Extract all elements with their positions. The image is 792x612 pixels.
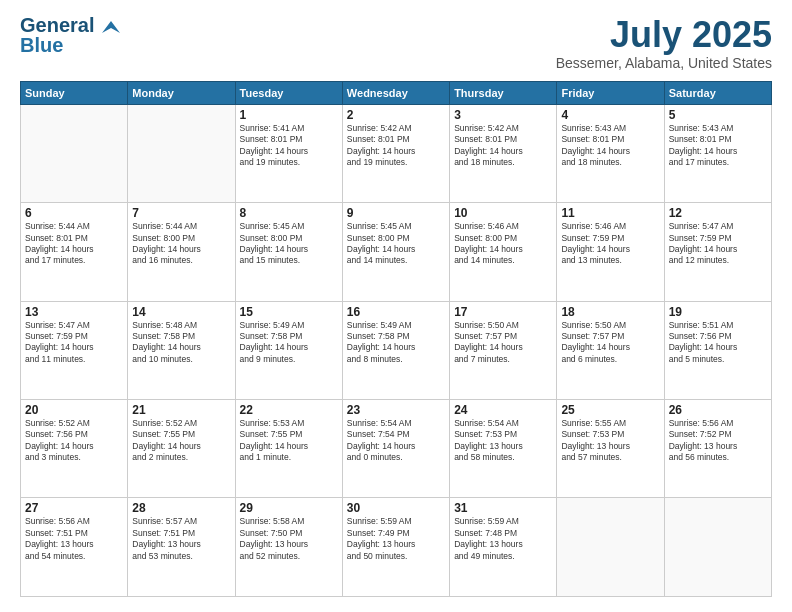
day-info: Sunrise: 5:43 AM Sunset: 8:01 PM Dayligh… [561, 123, 659, 169]
day-info: Sunrise: 5:49 AM Sunset: 7:58 PM Dayligh… [347, 320, 445, 366]
day-info: Sunrise: 5:42 AM Sunset: 8:01 PM Dayligh… [454, 123, 552, 169]
calendar-cell: 9Sunrise: 5:45 AM Sunset: 8:00 PM Daylig… [342, 203, 449, 301]
day-info: Sunrise: 5:42 AM Sunset: 8:01 PM Dayligh… [347, 123, 445, 169]
day-number: 16 [347, 305, 445, 319]
calendar-cell: 17Sunrise: 5:50 AM Sunset: 7:57 PM Dayli… [450, 301, 557, 399]
calendar-cell: 29Sunrise: 5:58 AM Sunset: 7:50 PM Dayli… [235, 498, 342, 597]
month-title: July 2025 [556, 15, 772, 55]
day-number: 19 [669, 305, 767, 319]
header-friday: Friday [557, 81, 664, 104]
calendar-cell: 15Sunrise: 5:49 AM Sunset: 7:58 PM Dayli… [235, 301, 342, 399]
calendar-cell: 13Sunrise: 5:47 AM Sunset: 7:59 PM Dayli… [21, 301, 128, 399]
day-info: Sunrise: 5:49 AM Sunset: 7:58 PM Dayligh… [240, 320, 338, 366]
week-row-0: 1Sunrise: 5:41 AM Sunset: 8:01 PM Daylig… [21, 104, 772, 202]
day-info: Sunrise: 5:50 AM Sunset: 7:57 PM Dayligh… [454, 320, 552, 366]
calendar-cell [557, 498, 664, 597]
day-info: Sunrise: 5:46 AM Sunset: 8:00 PM Dayligh… [454, 221, 552, 267]
day-info: Sunrise: 5:50 AM Sunset: 7:57 PM Dayligh… [561, 320, 659, 366]
calendar-cell: 30Sunrise: 5:59 AM Sunset: 7:49 PM Dayli… [342, 498, 449, 597]
day-number: 15 [240, 305, 338, 319]
day-info: Sunrise: 5:51 AM Sunset: 7:56 PM Dayligh… [669, 320, 767, 366]
calendar-cell: 21Sunrise: 5:52 AM Sunset: 7:55 PM Dayli… [128, 400, 235, 498]
day-info: Sunrise: 5:46 AM Sunset: 7:59 PM Dayligh… [561, 221, 659, 267]
calendar-cell: 14Sunrise: 5:48 AM Sunset: 7:58 PM Dayli… [128, 301, 235, 399]
calendar-table: Sunday Monday Tuesday Wednesday Thursday… [20, 81, 772, 597]
day-number: 9 [347, 206, 445, 220]
day-number: 28 [132, 501, 230, 515]
day-number: 30 [347, 501, 445, 515]
day-info: Sunrise: 5:53 AM Sunset: 7:55 PM Dayligh… [240, 418, 338, 464]
calendar-cell: 10Sunrise: 5:46 AM Sunset: 8:00 PM Dayli… [450, 203, 557, 301]
day-info: Sunrise: 5:44 AM Sunset: 8:00 PM Dayligh… [132, 221, 230, 267]
calendar-cell: 2Sunrise: 5:42 AM Sunset: 8:01 PM Daylig… [342, 104, 449, 202]
day-number: 5 [669, 108, 767, 122]
day-number: 3 [454, 108, 552, 122]
header-sunday: Sunday [21, 81, 128, 104]
day-number: 10 [454, 206, 552, 220]
header-thursday: Thursday [450, 81, 557, 104]
header-monday: Monday [128, 81, 235, 104]
day-info: Sunrise: 5:52 AM Sunset: 7:56 PM Dayligh… [25, 418, 123, 464]
day-number: 2 [347, 108, 445, 122]
calendar-body: 1Sunrise: 5:41 AM Sunset: 8:01 PM Daylig… [21, 104, 772, 596]
header: General Blue July 2025 Bessemer, Alabama… [20, 15, 772, 71]
calendar-cell: 27Sunrise: 5:56 AM Sunset: 7:51 PM Dayli… [21, 498, 128, 597]
day-number: 1 [240, 108, 338, 122]
day-number: 17 [454, 305, 552, 319]
day-number: 23 [347, 403, 445, 417]
calendar-cell: 4Sunrise: 5:43 AM Sunset: 8:01 PM Daylig… [557, 104, 664, 202]
header-tuesday: Tuesday [235, 81, 342, 104]
calendar-cell: 7Sunrise: 5:44 AM Sunset: 8:00 PM Daylig… [128, 203, 235, 301]
weekday-header-row: Sunday Monday Tuesday Wednesday Thursday… [21, 81, 772, 104]
calendar-cell: 8Sunrise: 5:45 AM Sunset: 8:00 PM Daylig… [235, 203, 342, 301]
day-info: Sunrise: 5:56 AM Sunset: 7:51 PM Dayligh… [25, 516, 123, 562]
day-info: Sunrise: 5:44 AM Sunset: 8:01 PM Dayligh… [25, 221, 123, 267]
day-number: 7 [132, 206, 230, 220]
week-row-3: 20Sunrise: 5:52 AM Sunset: 7:56 PM Dayli… [21, 400, 772, 498]
day-info: Sunrise: 5:59 AM Sunset: 7:49 PM Dayligh… [347, 516, 445, 562]
day-info: Sunrise: 5:45 AM Sunset: 8:00 PM Dayligh… [347, 221, 445, 267]
day-number: 11 [561, 206, 659, 220]
calendar-cell: 26Sunrise: 5:56 AM Sunset: 7:52 PM Dayli… [664, 400, 771, 498]
day-number: 18 [561, 305, 659, 319]
day-number: 29 [240, 501, 338, 515]
header-wednesday: Wednesday [342, 81, 449, 104]
calendar-cell: 24Sunrise: 5:54 AM Sunset: 7:53 PM Dayli… [450, 400, 557, 498]
week-row-2: 13Sunrise: 5:47 AM Sunset: 7:59 PM Dayli… [21, 301, 772, 399]
day-number: 14 [132, 305, 230, 319]
day-number: 24 [454, 403, 552, 417]
day-number: 22 [240, 403, 338, 417]
day-info: Sunrise: 5:56 AM Sunset: 7:52 PM Dayligh… [669, 418, 767, 464]
calendar-cell: 22Sunrise: 5:53 AM Sunset: 7:55 PM Dayli… [235, 400, 342, 498]
day-number: 12 [669, 206, 767, 220]
title-section: July 2025 Bessemer, Alabama, United Stat… [556, 15, 772, 71]
day-number: 8 [240, 206, 338, 220]
day-info: Sunrise: 5:52 AM Sunset: 7:55 PM Dayligh… [132, 418, 230, 464]
day-number: 21 [132, 403, 230, 417]
day-number: 13 [25, 305, 123, 319]
calendar-cell [664, 498, 771, 597]
day-number: 4 [561, 108, 659, 122]
calendar-cell: 11Sunrise: 5:46 AM Sunset: 7:59 PM Dayli… [557, 203, 664, 301]
calendar-cell [21, 104, 128, 202]
day-info: Sunrise: 5:54 AM Sunset: 7:53 PM Dayligh… [454, 418, 552, 464]
calendar-cell: 20Sunrise: 5:52 AM Sunset: 7:56 PM Dayli… [21, 400, 128, 498]
page: General Blue July 2025 Bessemer, Alabama… [0, 0, 792, 612]
logo: General Blue [20, 15, 120, 55]
day-info: Sunrise: 5:43 AM Sunset: 8:01 PM Dayligh… [669, 123, 767, 169]
day-info: Sunrise: 5:41 AM Sunset: 8:01 PM Dayligh… [240, 123, 338, 169]
day-number: 31 [454, 501, 552, 515]
calendar-cell: 18Sunrise: 5:50 AM Sunset: 7:57 PM Dayli… [557, 301, 664, 399]
location-title: Bessemer, Alabama, United States [556, 55, 772, 71]
calendar-cell [128, 104, 235, 202]
day-number: 20 [25, 403, 123, 417]
calendar-cell: 28Sunrise: 5:57 AM Sunset: 7:51 PM Dayli… [128, 498, 235, 597]
day-number: 25 [561, 403, 659, 417]
day-number: 27 [25, 501, 123, 515]
day-info: Sunrise: 5:57 AM Sunset: 7:51 PM Dayligh… [132, 516, 230, 562]
calendar-cell: 16Sunrise: 5:49 AM Sunset: 7:58 PM Dayli… [342, 301, 449, 399]
day-number: 26 [669, 403, 767, 417]
calendar-cell: 31Sunrise: 5:59 AM Sunset: 7:48 PM Dayli… [450, 498, 557, 597]
logo-line2: Blue [20, 35, 120, 55]
calendar-cell: 5Sunrise: 5:43 AM Sunset: 8:01 PM Daylig… [664, 104, 771, 202]
